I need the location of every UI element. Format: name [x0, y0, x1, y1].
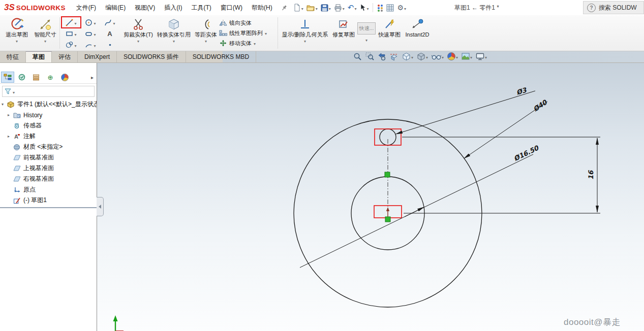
expand-arrow-icon[interactable] [8, 134, 13, 139]
tab-display-manager[interactable] [58, 72, 71, 83]
expand-arrow-icon[interactable] [2, 102, 7, 107]
chevron-down-icon [316, 3, 318, 12]
spline-tool-button[interactable] [100, 17, 119, 28]
logo-text: SOLIDWORKS [16, 4, 66, 12]
point-tool-button[interactable] [100, 39, 119, 50]
panel-expand-chevron[interactable]: ▸ [91, 75, 96, 80]
sketch-canvas[interactable]: Ø3 Ø40 Ø16.50 16 [97, 63, 644, 331]
tree-item-top-plane[interactable]: 上视基准面 [0, 163, 97, 174]
select-tool-button[interactable] [358, 2, 370, 13]
convert-entities-button[interactable]: 转换实体引用 [155, 15, 193, 51]
tab-dimxpert[interactable]: DimXpert [78, 51, 117, 62]
view-orientation-button[interactable] [402, 52, 413, 61]
tab-configuration-manager[interactable] [29, 72, 43, 83]
settings-gear-button[interactable]: ⚙ [395, 2, 408, 13]
text-tool-button[interactable]: A [100, 28, 119, 39]
tab-sketch[interactable]: 草图 [26, 51, 52, 62]
tab-solidworks-mbd[interactable]: SOLIDWORKS MBD [186, 51, 256, 62]
edit-appearance-button[interactable] [447, 52, 458, 61]
tab-dimxpert-manager[interactable]: ⊕ [44, 72, 57, 83]
dim-text-outer-circle[interactable]: Ø40 [532, 98, 549, 113]
help-icon[interactable]: ? [587, 4, 596, 12]
offset-entities-button[interactable]: 等距实体 [193, 15, 219, 51]
tree-item-part-root[interactable]: 零件1 (默认<<默认>_显示状态 [0, 99, 97, 110]
slot-tool-button[interactable] [81, 28, 100, 39]
trim-entities-button[interactable]: 剪裁实体(T) [121, 15, 155, 51]
rollback-bar[interactable] [0, 207, 97, 208]
menu-file[interactable]: 文件(F) [72, 0, 101, 16]
undo-button[interactable]: ↶ [346, 2, 358, 13]
tab-property-manager[interactable] [15, 72, 28, 83]
open-document-button[interactable] [305, 2, 319, 13]
instant2d-button[interactable]: Instant2D [403, 15, 432, 51]
tree-item-sketch1[interactable]: (-) 草图1 [0, 195, 97, 206]
apply-scene-button[interactable] [462, 52, 472, 61]
search-box[interactable]: ? 搜索 SOLIDW [583, 1, 644, 14]
print-button[interactable] [332, 2, 346, 13]
display-style-button[interactable] [417, 52, 428, 61]
midpoint-handle[interactable] [385, 172, 390, 177]
coincident-handle[interactable] [385, 217, 390, 222]
tree-item-label: 上视基准面 [23, 164, 54, 173]
new-document-button[interactable] [292, 2, 305, 13]
menu-insert[interactable]: 插入(I) [160, 0, 187, 16]
selection-filter-button[interactable] [376, 3, 385, 13]
rectangle-tool-button[interactable] [62, 28, 81, 39]
menu-edit[interactable]: 编辑(E) [101, 0, 130, 16]
dim-leader-small-circle[interactable] [396, 91, 535, 134]
menu-help[interactable]: 帮助(H) [247, 0, 277, 16]
panel-splitter-handle[interactable] [97, 197, 104, 216]
exit-sketch-button[interactable]: 退出草图 [1, 15, 33, 51]
hide-show-items-button[interactable] [432, 52, 444, 61]
repair-sketch-button[interactable]: 修复草图 [330, 15, 357, 51]
arc-tool-button[interactable] [81, 39, 100, 50]
tree-item-origin[interactable]: 原点 [0, 184, 97, 195]
pin-menu-icon[interactable] [281, 5, 288, 11]
dim-text-small-circle[interactable]: Ø3 [515, 86, 528, 96]
tab-featuremanager-tree[interactable] [1, 72, 14, 83]
expand-arrow-icon[interactable] [8, 113, 13, 117]
quick-snaps-button[interactable]: 快速... [358, 22, 375, 44]
graphics-area[interactable]: Ø3 Ø40 Ø16.50 16 dooooit@暴走 [97, 63, 644, 331]
sensors-icon [13, 122, 21, 129]
tree-filter-bar[interactable] [2, 86, 95, 97]
linear-sketch-pattern-button[interactable]: 线性草图阵列 [219, 28, 276, 38]
tree-item-sensors[interactable]: 传感器 [0, 120, 97, 131]
circle-tool-button[interactable] [81, 17, 100, 28]
tree-item-annotations[interactable]: A 注解 [0, 131, 97, 142]
tree-item-material[interactable]: 材质 <未指定> [0, 142, 97, 152]
chevron-down-icon [365, 35, 367, 44]
previous-view-button[interactable] [378, 52, 386, 61]
smart-dimension-button[interactable]: 智能尺寸 [33, 15, 58, 51]
tab-evaluate[interactable]: 评估 [52, 51, 78, 62]
chevron-down-icon [404, 3, 406, 12]
menu-view[interactable]: 视图(V) [130, 0, 160, 16]
part-icon [7, 101, 15, 108]
menu-window[interactable]: 窗口(W) [216, 0, 247, 16]
section-view-button[interactable] [390, 52, 398, 61]
dim-text-vertical[interactable]: 16 [587, 170, 595, 180]
zoom-to-area-button[interactable] [365, 52, 374, 61]
rapid-sketch-button[interactable]: 快速草图 [376, 15, 403, 51]
tree-item-history[interactable]: History [0, 110, 97, 120]
main-menu: 文件(F) 编辑(E) 视图(V) 插入(I) 工具(T) 窗口(W) 帮助(H… [72, 0, 277, 16]
tab-features[interactable]: 特征 [0, 51, 26, 62]
menu-tools[interactable]: 工具(T) [187, 0, 216, 16]
tree-item-right-plane[interactable]: 右视基准面 [0, 174, 97, 184]
chevron-down-icon [113, 18, 115, 27]
line-tool-button[interactable] [62, 17, 81, 28]
move-entities-icon [219, 40, 227, 47]
save-button[interactable] [319, 2, 332, 13]
tree-item-front-plane[interactable]: 前视基准面 [0, 152, 97, 163]
options-grid-button[interactable] [385, 3, 395, 13]
tab-solidworks-addins[interactable]: SOLIDWORKS 插件 [117, 51, 186, 62]
mirror-entities-button[interactable]: 镜向实体 [219, 18, 276, 27]
chevron-down-icon [343, 3, 345, 12]
display-delete-relations-button[interactable]: 显示/删除几何关系 [280, 15, 330, 51]
dim-text-inner-circle[interactable]: Ø16.50 [512, 144, 540, 162]
move-entities-button[interactable]: 移动实体 [219, 39, 276, 48]
view-settings-button[interactable] [476, 52, 487, 61]
chevron-down-icon [94, 29, 96, 38]
zoom-to-fit-button[interactable] [353, 52, 362, 61]
perimeter-circle-tool-button[interactable] [62, 39, 81, 50]
